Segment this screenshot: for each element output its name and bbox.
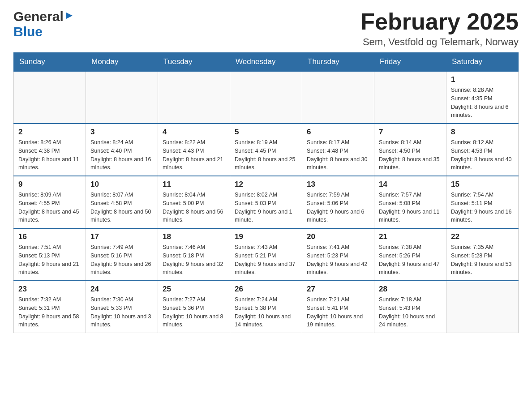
- calendar-day: 8Sunrise: 8:12 AM Sunset: 4:53 PM Daylig…: [446, 124, 519, 176]
- day-header-wednesday: Wednesday: [230, 53, 302, 72]
- day-number: 17: [90, 232, 153, 241]
- day-info: Sunrise: 7:30 AM Sunset: 5:33 PM Dayligh…: [90, 295, 153, 329]
- week-row-1: 1Sunrise: 8:28 AM Sunset: 4:35 PM Daylig…: [14, 71, 519, 124]
- day-header-monday: Monday: [86, 53, 158, 72]
- day-number: 28: [379, 285, 442, 294]
- week-row-2: 2Sunrise: 8:26 AM Sunset: 4:38 PM Daylig…: [14, 124, 519, 176]
- day-info: Sunrise: 7:54 AM Sunset: 5:11 PM Dayligh…: [451, 191, 514, 224]
- day-number: 2: [18, 128, 81, 137]
- logo: General Blue: [13, 9, 74, 39]
- day-number: 23: [18, 285, 81, 294]
- day-number: 8: [451, 128, 514, 137]
- day-header-friday: Friday: [374, 53, 446, 72]
- calendar-day: [14, 71, 86, 124]
- day-number: 16: [18, 232, 81, 241]
- calendar-day: 22Sunrise: 7:35 AM Sunset: 5:28 PM Dayli…: [446, 228, 519, 281]
- day-header-saturday: Saturday: [446, 53, 519, 72]
- day-number: 13: [307, 180, 369, 189]
- day-info: Sunrise: 8:22 AM Sunset: 4:43 PM Dayligh…: [163, 138, 225, 172]
- calendar-day: 17Sunrise: 7:49 AM Sunset: 5:16 PM Dayli…: [86, 228, 158, 281]
- calendar-day: 9Sunrise: 8:09 AM Sunset: 4:55 PM Daylig…: [14, 176, 86, 228]
- day-info: Sunrise: 7:35 AM Sunset: 5:28 PM Dayligh…: [451, 243, 514, 277]
- calendar-day: 15Sunrise: 7:54 AM Sunset: 5:11 PM Dayli…: [446, 176, 519, 228]
- day-number: 20: [307, 232, 369, 241]
- day-info: Sunrise: 7:41 AM Sunset: 5:23 PM Dayligh…: [307, 243, 369, 277]
- day-number: 21: [379, 232, 442, 241]
- week-row-3: 9Sunrise: 8:09 AM Sunset: 4:55 PM Daylig…: [14, 176, 519, 228]
- day-info: Sunrise: 7:46 AM Sunset: 5:18 PM Dayligh…: [163, 243, 225, 277]
- day-number: 27: [307, 285, 369, 294]
- calendar-day: 28Sunrise: 7:18 AM Sunset: 5:43 PM Dayli…: [374, 281, 446, 333]
- calendar-day: 3Sunrise: 8:24 AM Sunset: 4:40 PM Daylig…: [86, 124, 158, 176]
- day-number: 22: [451, 232, 514, 241]
- day-info: Sunrise: 8:04 AM Sunset: 5:00 PM Dayligh…: [163, 191, 225, 224]
- day-info: Sunrise: 8:19 AM Sunset: 4:45 PM Dayligh…: [235, 138, 297, 172]
- logo-blue-text: Blue: [13, 24, 43, 39]
- calendar-day: 12Sunrise: 8:02 AM Sunset: 5:03 PM Dayli…: [230, 176, 302, 228]
- day-info: Sunrise: 7:27 AM Sunset: 5:36 PM Dayligh…: [163, 295, 225, 329]
- svg-marker-0: [66, 13, 73, 19]
- day-number: 19: [235, 232, 297, 241]
- calendar-day: 11Sunrise: 8:04 AM Sunset: 5:00 PM Dayli…: [158, 176, 230, 228]
- calendar-day: 26Sunrise: 7:24 AM Sunset: 5:38 PM Dayli…: [230, 281, 302, 333]
- day-info: Sunrise: 7:57 AM Sunset: 5:08 PM Dayligh…: [379, 191, 442, 224]
- day-info: Sunrise: 8:24 AM Sunset: 4:40 PM Dayligh…: [90, 138, 153, 172]
- day-info: Sunrise: 7:24 AM Sunset: 5:38 PM Dayligh…: [235, 295, 297, 329]
- calendar-day: 5Sunrise: 8:19 AM Sunset: 4:45 PM Daylig…: [230, 124, 302, 176]
- day-header-sunday: Sunday: [14, 53, 86, 72]
- day-number: 14: [379, 180, 442, 189]
- day-info: Sunrise: 8:02 AM Sunset: 5:03 PM Dayligh…: [235, 191, 297, 224]
- calendar-day: 18Sunrise: 7:46 AM Sunset: 5:18 PM Dayli…: [158, 228, 230, 281]
- calendar-day: 13Sunrise: 7:59 AM Sunset: 5:06 PM Dayli…: [302, 176, 374, 228]
- day-info: Sunrise: 7:59 AM Sunset: 5:06 PM Dayligh…: [307, 191, 369, 224]
- calendar-day: 6Sunrise: 8:17 AM Sunset: 4:48 PM Daylig…: [302, 124, 374, 176]
- day-number: 9: [18, 180, 81, 189]
- calendar-subtitle: Sem, Vestfold og Telemark, Norway: [360, 36, 519, 48]
- day-info: Sunrise: 7:18 AM Sunset: 5:43 PM Dayligh…: [379, 295, 442, 329]
- day-number: 7: [379, 128, 442, 137]
- day-number: 24: [90, 285, 153, 294]
- day-info: Sunrise: 7:51 AM Sunset: 5:13 PM Dayligh…: [18, 243, 81, 277]
- day-number: 10: [90, 180, 153, 189]
- day-info: Sunrise: 7:38 AM Sunset: 5:26 PM Dayligh…: [379, 243, 442, 277]
- day-info: Sunrise: 8:17 AM Sunset: 4:48 PM Dayligh…: [307, 138, 369, 172]
- calendar-day: 1Sunrise: 8:28 AM Sunset: 4:35 PM Daylig…: [446, 71, 519, 124]
- calendar-day: 24Sunrise: 7:30 AM Sunset: 5:33 PM Dayli…: [86, 281, 158, 333]
- day-info: Sunrise: 7:32 AM Sunset: 5:31 PM Dayligh…: [18, 295, 81, 329]
- day-number: 15: [451, 180, 514, 189]
- day-info: Sunrise: 8:12 AM Sunset: 4:53 PM Dayligh…: [451, 138, 514, 172]
- day-info: Sunrise: 8:26 AM Sunset: 4:38 PM Dayligh…: [18, 138, 81, 172]
- calendar-day: 19Sunrise: 7:43 AM Sunset: 5:21 PM Dayli…: [230, 228, 302, 281]
- day-number: 11: [163, 180, 225, 189]
- calendar-day: [446, 281, 519, 333]
- calendar-day: 4Sunrise: 8:22 AM Sunset: 4:43 PM Daylig…: [158, 124, 230, 176]
- calendar-day: [86, 71, 158, 124]
- day-header-thursday: Thursday: [302, 53, 374, 72]
- day-number: 5: [235, 128, 297, 137]
- day-info: Sunrise: 7:43 AM Sunset: 5:21 PM Dayligh…: [235, 243, 297, 277]
- page-header: General Blue February 2025 Sem, Vestfold…: [13, 9, 519, 48]
- calendar-day: 2Sunrise: 8:26 AM Sunset: 4:38 PM Daylig…: [14, 124, 86, 176]
- calendar-day: [158, 71, 230, 124]
- day-number: 4: [163, 128, 225, 137]
- day-info: Sunrise: 8:28 AM Sunset: 4:35 PM Dayligh…: [451, 86, 514, 120]
- calendar-day: 20Sunrise: 7:41 AM Sunset: 5:23 PM Dayli…: [302, 228, 374, 281]
- calendar-header-row: SundayMondayTuesdayWednesdayThursdayFrid…: [14, 53, 519, 72]
- logo-general-text: General: [13, 9, 64, 24]
- day-info: Sunrise: 8:14 AM Sunset: 4:50 PM Dayligh…: [379, 138, 442, 172]
- day-number: 3: [90, 128, 153, 137]
- day-number: 12: [235, 180, 297, 189]
- calendar-day: 23Sunrise: 7:32 AM Sunset: 5:31 PM Dayli…: [14, 281, 86, 333]
- day-number: 1: [451, 75, 514, 84]
- calendar-day: 27Sunrise: 7:21 AM Sunset: 5:41 PM Dayli…: [302, 281, 374, 333]
- day-number: 26: [235, 285, 297, 294]
- day-number: 18: [163, 232, 225, 241]
- calendar-day: 21Sunrise: 7:38 AM Sunset: 5:26 PM Dayli…: [374, 228, 446, 281]
- calendar-title: February 2025: [360, 9, 519, 34]
- logo-arrow-icon: [64, 11, 74, 22]
- day-info: Sunrise: 8:07 AM Sunset: 4:58 PM Dayligh…: [90, 191, 153, 224]
- calendar-day: 10Sunrise: 8:07 AM Sunset: 4:58 PM Dayli…: [86, 176, 158, 228]
- day-info: Sunrise: 8:09 AM Sunset: 4:55 PM Dayligh…: [18, 191, 81, 224]
- calendar-day: 25Sunrise: 7:27 AM Sunset: 5:36 PM Dayli…: [158, 281, 230, 333]
- day-header-tuesday: Tuesday: [158, 53, 230, 72]
